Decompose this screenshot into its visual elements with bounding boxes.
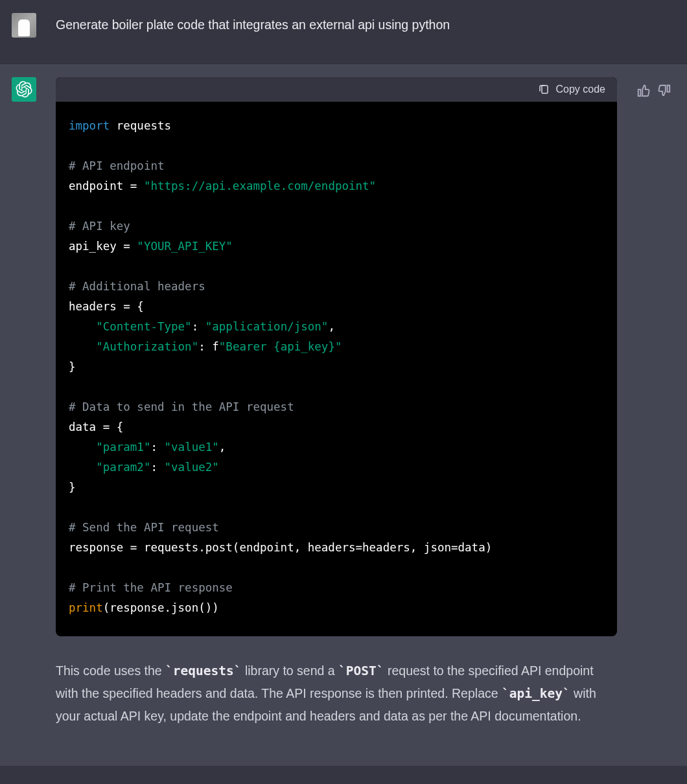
- code-token: api_key =: [69, 240, 137, 253]
- code-token: [69, 340, 96, 353]
- thumbs-down-icon[interactable]: [657, 84, 671, 98]
- code-token: "application/json": [205, 320, 329, 333]
- code-token: }: [69, 360, 76, 373]
- code-token: # API key: [69, 220, 130, 233]
- user-prompt-text: Generate boiler plate code that integrat…: [56, 13, 675, 34]
- inline-code: `POST`: [338, 663, 384, 678]
- code-token: ,: [328, 320, 335, 333]
- code-token: requests: [110, 119, 171, 132]
- code-token: }: [69, 481, 76, 494]
- code-token: data = {: [69, 421, 123, 433]
- code-token: # Additional headers: [69, 280, 205, 293]
- user-avatar: [12, 13, 36, 38]
- assistant-explanation: This code uses the `requests` library to…: [56, 660, 617, 727]
- code-token: "value1": [165, 441, 219, 454]
- code-token: (response.json()): [103, 601, 219, 614]
- code-token: # API endpoint: [69, 159, 165, 172]
- copy-code-label: Copy code: [556, 84, 606, 95]
- code-token: headers = {: [69, 300, 144, 313]
- code-token: "param2": [96, 461, 150, 474]
- code-token: "Content-Type": [96, 320, 192, 333]
- inline-code: `requests`: [165, 663, 241, 678]
- code-token: "Bearer {api_key}": [219, 340, 342, 353]
- assistant-avatar: [12, 77, 36, 102]
- svg-rect-0: [542, 86, 548, 93]
- code-token: response = requests.post(endpoint, heade…: [69, 541, 492, 554]
- thumbs-up-icon[interactable]: [636, 84, 651, 98]
- assistant-message-content: Copy code import requests # API endpoint…: [56, 77, 617, 727]
- inline-code: `api_key`: [502, 686, 570, 701]
- code-token: "Authorization": [96, 340, 198, 353]
- user-message-row: Generate boiler plate code that integrat…: [0, 0, 687, 64]
- explanation-text: library to send a: [242, 663, 339, 678]
- code-token: # Data to send in the API request: [69, 400, 294, 413]
- code-block: Copy code import requests # API endpoint…: [56, 77, 617, 636]
- code-token: [69, 461, 96, 474]
- code-token: "https://api.example.com/endpoint": [144, 179, 376, 192]
- code-token: "param1": [96, 441, 150, 454]
- code-token: : f: [198, 340, 219, 353]
- code-token: # Send the API request: [69, 521, 219, 534]
- openai-logo-icon: [16, 81, 32, 98]
- code-token: "value2": [165, 461, 219, 474]
- code-token: ,: [219, 441, 226, 454]
- code-body: import requests # API endpoint endpoint …: [56, 102, 617, 636]
- clipboard-icon: [538, 84, 550, 95]
- feedback-buttons: [636, 77, 675, 98]
- explanation-text: This code uses the: [56, 663, 165, 678]
- code-token: :: [150, 441, 164, 454]
- assistant-message-row: Copy code import requests # API endpoint…: [0, 64, 687, 766]
- code-token: endpoint =: [69, 179, 144, 192]
- code-token: print: [69, 601, 103, 614]
- user-message-content: Generate boiler plate code that integrat…: [56, 13, 675, 34]
- code-token: [69, 320, 96, 333]
- code-token: # Print the API response: [69, 581, 233, 594]
- code-token: [69, 441, 96, 454]
- copy-code-button[interactable]: Copy code: [538, 84, 606, 95]
- code-token: :: [192, 320, 205, 333]
- code-token: import: [69, 119, 110, 132]
- code-token: "YOUR_API_KEY": [137, 240, 233, 253]
- code-token: :: [150, 461, 164, 474]
- code-block-header: Copy code: [56, 77, 617, 102]
